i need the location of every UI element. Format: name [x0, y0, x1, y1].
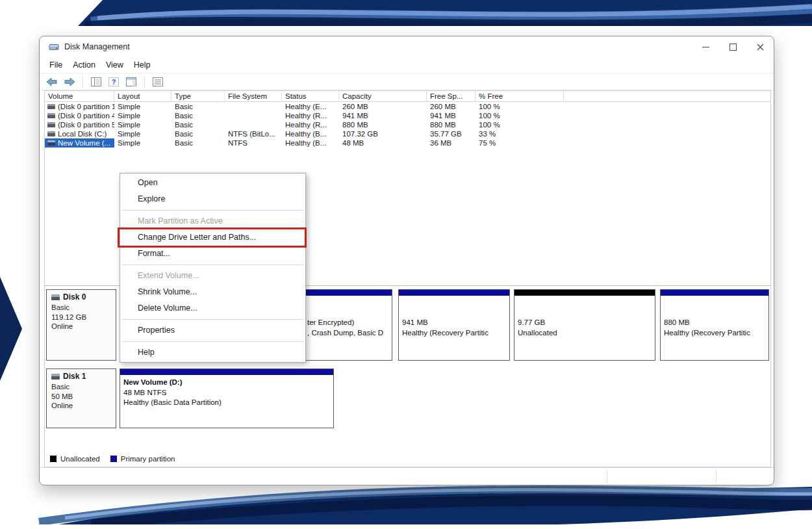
- menu-item-properties[interactable]: Properties: [120, 322, 305, 339]
- menu-action[interactable]: Action: [68, 60, 101, 70]
- toolbar: ?: [40, 73, 774, 90]
- menu-item-format[interactable]: Format...: [120, 246, 305, 262]
- disk-kind: Basic: [51, 382, 116, 392]
- show-action-pane-icon[interactable]: [124, 75, 138, 88]
- column-header-file-system[interactable]: File System: [225, 91, 282, 101]
- back-icon[interactable]: [45, 75, 59, 88]
- statusbar-divider: [716, 471, 717, 482]
- volume-list-header: Volume Layout Type File System Status Ca…: [45, 91, 770, 102]
- disk-1-row: Disk 1 Basic 50 MB Online New Volume (D:…: [45, 368, 770, 428]
- partition-line: Healthy (Basic Data Partition): [123, 398, 331, 408]
- menu-item-explore[interactable]: Explore: [120, 191, 305, 207]
- wallpaper-bottom: [0, 484, 812, 524]
- forward-icon[interactable]: [62, 75, 77, 88]
- volume-name-cell: (Disk 0 partition 4): [45, 111, 114, 120]
- layout-cell: Simple: [114, 111, 171, 120]
- legend-label: Unallocated: [60, 455, 100, 463]
- pct-free-cell: 75 %: [476, 138, 564, 148]
- toolbar-separator: [82, 76, 83, 88]
- maximize-icon: [730, 44, 737, 51]
- partition-line: 941 MB: [402, 318, 507, 328]
- disk-management-app-icon: [49, 42, 59, 52]
- legend-label: Primary partition: [121, 455, 175, 463]
- free-space-cell: 880 MB: [427, 120, 476, 129]
- volume-icon: [47, 104, 55, 109]
- close-button[interactable]: [746, 36, 774, 57]
- volume-name-cell: (Disk 0 partition 5): [45, 120, 114, 129]
- volume-name-cell: Local Disk (C:): [45, 129, 114, 138]
- partition-color-strip: [661, 290, 768, 296]
- minimize-button[interactable]: [692, 36, 719, 57]
- status-cell: Healthy (E...: [282, 102, 339, 111]
- volume-row[interactable]: (Disk 0 partition 5) Simple Basic Health…: [45, 120, 770, 129]
- statusbar-divider: [607, 471, 607, 482]
- disk-0-info[interactable]: Disk 0 Basic 119.12 GB Online: [46, 289, 116, 361]
- partition-volume-label: New Volume (D:): [123, 378, 331, 388]
- menu-item-change-drive-letter-and-paths[interactable]: Change Drive Letter and Paths...: [120, 229, 305, 246]
- capacity-cell: 260 MB: [339, 102, 427, 111]
- layout-cell: Simple: [114, 120, 171, 129]
- partition-line: 48 MB NTFS: [123, 388, 331, 398]
- menu-item-extend-volume[interactable]: Extend Volume...: [120, 268, 305, 284]
- volume-row[interactable]: (Disk 0 partition 4) Simple Basic Health…: [45, 111, 770, 120]
- volume-icon: [47, 122, 55, 127]
- type-cell: Basic: [171, 111, 225, 120]
- pct-free-cell: 100 %: [476, 102, 564, 111]
- column-header-pct-free[interactable]: % Free: [476, 91, 564, 101]
- partition-color-strip: [514, 290, 655, 296]
- partition-recovery-941mb[interactable]: 941 MB Healthy (Recovery Partitic: [398, 289, 510, 361]
- column-header-type[interactable]: Type: [171, 91, 225, 101]
- column-header-free-space[interactable]: Free Sp...: [427, 91, 476, 101]
- free-space-cell: 36 MB: [427, 138, 476, 148]
- show-console-tree-icon[interactable]: [89, 75, 103, 88]
- volume-icon: [47, 113, 55, 118]
- statusbar: [40, 467, 774, 485]
- status-cell: Healthy (B...: [282, 129, 339, 138]
- pct-free-cell: 33 %: [476, 129, 564, 138]
- partition-new-volume-d[interactable]: New Volume (D:) 48 MB NTFS Healthy (Basi…: [120, 368, 334, 428]
- menu-item-delete-volume[interactable]: Delete Volume...: [120, 300, 305, 316]
- disk-1-info[interactable]: Disk 1 Basic 50 MB Online: [46, 368, 116, 428]
- display-options-icon[interactable]: [151, 75, 165, 88]
- column-header-status[interactable]: Status: [282, 91, 339, 101]
- free-space-cell: 260 MB: [427, 102, 476, 111]
- legend-swatch-primary: [110, 456, 117, 462]
- disk-management-window: Disk Management File Action View Help: [39, 36, 774, 485]
- menu-separator: [121, 341, 304, 342]
- maximize-button[interactable]: [719, 36, 746, 57]
- partition-recovery-880mb[interactable]: 880 MB Healthy (Recovery Partitic: [660, 289, 769, 361]
- menu-view[interactable]: View: [101, 60, 129, 70]
- file-system-cell: NTFS (BitLo...: [225, 129, 282, 138]
- partition-line: 880 MB: [664, 318, 766, 328]
- menu-item-shrink-volume[interactable]: Shrink Volume...: [120, 284, 305, 300]
- volume-name-cell: New Volume (...: [45, 138, 114, 148]
- type-cell: Basic: [171, 129, 225, 138]
- free-space-cell: 35.77 GB: [427, 129, 476, 138]
- volume-row[interactable]: Local Disk (C:) Simple Basic NTFS (BitLo…: [45, 129, 770, 138]
- disk-name: Disk 1: [63, 372, 86, 381]
- volume-row[interactable]: (Disk 0 partition 1) Simple Basic Health…: [45, 102, 770, 111]
- disk-icon: [51, 374, 60, 380]
- type-cell: Basic: [171, 138, 225, 148]
- help-icon[interactable]: ?: [107, 75, 121, 88]
- svg-text:?: ?: [112, 78, 116, 86]
- type-cell: Basic: [171, 120, 225, 129]
- column-header-layout[interactable]: Layout: [114, 91, 171, 101]
- titlebar[interactable]: Disk Management: [40, 36, 774, 57]
- menu-item-help[interactable]: Help: [120, 344, 305, 361]
- file-system-cell: NTFS: [225, 138, 282, 148]
- volume-name: Local Disk (C:): [58, 129, 107, 138]
- menu-separator: [121, 319, 304, 320]
- partition-color-strip: [399, 290, 509, 296]
- column-header-capacity[interactable]: Capacity: [339, 91, 427, 101]
- menu-file[interactable]: File: [44, 60, 68, 70]
- volume-row-selected[interactable]: New Volume (... Simple Basic NTFS Health…: [45, 138, 770, 148]
- partition-color-strip: [120, 369, 333, 375]
- partition-unallocated[interactable]: 9.77 GB Unallocated: [514, 289, 655, 361]
- legend-item-unallocated: Unallocated: [50, 455, 100, 463]
- menu-item-mark-partition-as-active[interactable]: Mark Partition as Active: [120, 213, 305, 229]
- partition-line: 9.77 GB: [518, 318, 652, 328]
- column-header-volume[interactable]: Volume: [45, 91, 114, 101]
- menu-help[interactable]: Help: [129, 60, 156, 70]
- menu-item-open[interactable]: Open: [120, 175, 305, 191]
